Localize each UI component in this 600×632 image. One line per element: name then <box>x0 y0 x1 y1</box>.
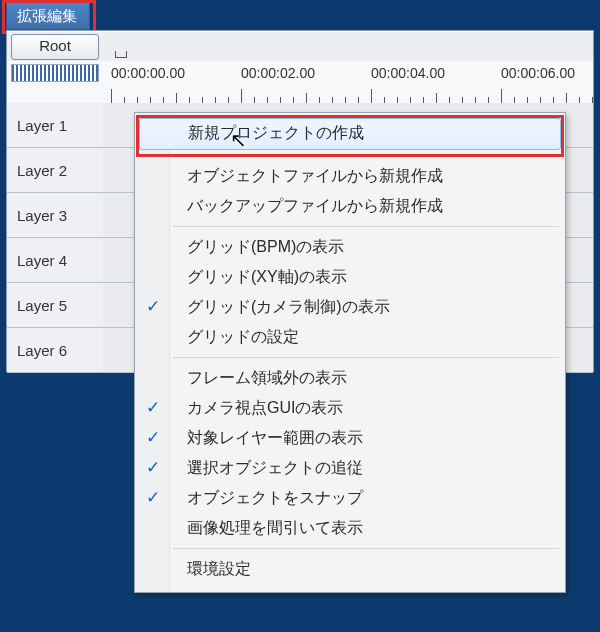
zoom-thumb[interactable] <box>11 64 99 82</box>
layer-label[interactable]: Layer 2 <box>7 148 114 192</box>
context-menu[interactable]: 新規プロジェクトの作成オブジェクトファイルから新規作成バックアップファイルから新… <box>134 112 566 593</box>
menu-item[interactable]: ✓オブジェクトをスナップ <box>135 483 565 513</box>
menu-item-label: 環境設定 <box>187 560 251 577</box>
time-ruler[interactable]: 00:00:00.00 00:00:02.00 00:00:04.00 00:0… <box>7 61 593 104</box>
menu-item-label: 画像処理を間引いて表示 <box>187 519 363 536</box>
root-button-label: Root <box>39 37 71 54</box>
timecode: 00:00:00.00 <box>111 65 185 81</box>
layer-label[interactable]: Layer 5 <box>7 283 114 327</box>
menu-item[interactable]: ✓カメラ視点GUIの表示 <box>135 393 565 423</box>
menu-item-label: グリッドの設定 <box>187 328 299 345</box>
menu-item[interactable]: フレーム領域外の表示 <box>135 363 565 393</box>
timecode: 00:00:02.00 <box>241 65 315 81</box>
menu-item[interactable]: 環境設定 <box>135 554 565 584</box>
menu-item-label: 新規プロジェクトの作成 <box>188 124 364 141</box>
timecode: 00:00:06.00 <box>501 65 575 81</box>
time-track: 00:00:00.00 00:00:02.00 00:00:04.00 00:0… <box>107 61 593 103</box>
root-row: Root <box>7 31 593 62</box>
menu-separator <box>173 548 559 549</box>
menu-item[interactable]: バックアップファイルから新規作成 <box>135 191 565 221</box>
menu-item[interactable]: ✓対象レイヤー範囲の表示 <box>135 423 565 453</box>
menu-item-label: オブジェクトをスナップ <box>187 489 363 506</box>
menu-item-label: 対象レイヤー範囲の表示 <box>187 429 363 446</box>
check-icon: ✓ <box>143 453 163 483</box>
menu-separator <box>173 226 559 227</box>
menu-separator <box>173 155 559 156</box>
layer-label[interactable]: Layer 1 <box>7 103 114 147</box>
menu-separator <box>173 357 559 358</box>
menu-item[interactable]: 新規プロジェクトの作成 <box>139 118 561 150</box>
menu-item-label: カメラ視点GUIの表示 <box>187 399 343 416</box>
menu-item[interactable]: オブジェクトファイルから新規作成 <box>135 161 565 191</box>
layer-label[interactable]: Layer 3 <box>7 193 114 237</box>
check-icon: ✓ <box>143 423 163 453</box>
window-title-tab[interactable]: 拡張編集 <box>6 2 90 30</box>
menu-item-label: フレーム領域外の表示 <box>187 369 347 386</box>
tick-marks <box>107 87 593 103</box>
menu-item[interactable]: グリッド(XY軸)の表示 <box>135 262 565 292</box>
window-title: 拡張編集 <box>17 7 77 24</box>
menu-item-label: グリッド(BPM)の表示 <box>187 238 344 255</box>
check-icon: ✓ <box>143 483 163 513</box>
root-button[interactable]: Root <box>11 34 99 60</box>
check-icon: ✓ <box>143 393 163 423</box>
menu-item-label: グリッド(XY軸)の表示 <box>187 268 347 285</box>
menu-item[interactable]: グリッド(BPM)の表示 <box>135 232 565 262</box>
menu-item-label: グリッド(カメラ制御)の表示 <box>187 298 390 315</box>
menu-item[interactable]: グリッドの設定 <box>135 322 565 352</box>
check-icon: ✓ <box>143 292 163 322</box>
menu-item-label: 選択オブジェクトの追従 <box>187 459 363 476</box>
menu-item[interactable]: ✓選択オブジェクトの追従 <box>135 453 565 483</box>
menu-item-label: バックアップファイルから新規作成 <box>187 197 443 214</box>
layer-label[interactable]: Layer 4 <box>7 238 114 282</box>
layer-label[interactable]: Layer 6 <box>7 328 114 372</box>
menu-item[interactable]: 画像処理を間引いて表示 <box>135 513 565 543</box>
menu-item[interactable]: ✓グリッド(カメラ制御)の表示 <box>135 292 565 322</box>
root-marker <box>115 51 127 58</box>
timecode: 00:00:04.00 <box>371 65 445 81</box>
menu-item-label: オブジェクトファイルから新規作成 <box>187 167 443 184</box>
